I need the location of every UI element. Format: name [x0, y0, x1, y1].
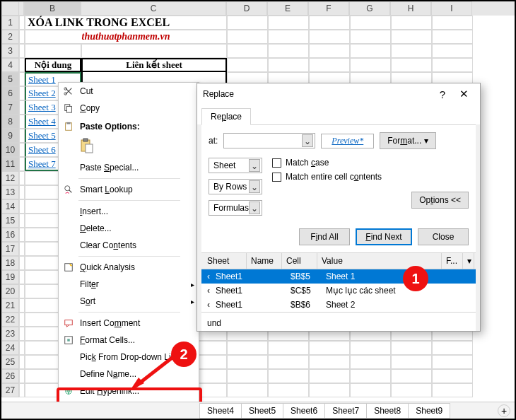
menuitem-label: Cut: [80, 86, 194, 96]
help-button[interactable]: ?: [432, 88, 453, 100]
dialog-titlebar[interactable]: Replace ? ✕: [197, 83, 480, 105]
result-row[interactable]: ‹ Sheet1 $C$5 Mục lục các sheet: [201, 284, 476, 298]
col-header-d[interactable]: D: [226, 1, 267, 16]
sheet-tab[interactable]: Sheet8: [366, 403, 409, 419]
result-row[interactable]: ‹ Sheet1 $B$6 Sheet 2: [201, 298, 476, 312]
checkbox-icon: [272, 158, 281, 168]
delete-menuitem[interactable]: Delete...: [59, 220, 199, 237]
row-header[interactable]: 23: [1, 327, 19, 341]
col-formula[interactable]: F...: [442, 253, 463, 269]
sheet-tab[interactable]: Sheet6: [283, 403, 325, 419]
row-header[interactable]: 18: [1, 256, 19, 270]
sheet-tab[interactable]: Sheet7: [324, 403, 367, 419]
col-header-g[interactable]: G: [349, 1, 390, 16]
col-header-f[interactable]: F: [308, 1, 349, 16]
title-cell[interactable]: XÓA LINK TRONG EXCEL: [25, 16, 227, 30]
row-header[interactable]: 27: [1, 383, 19, 397]
separator: [78, 178, 180, 179]
row-header[interactable]: 4: [1, 58, 19, 72]
sheet-tab[interactable]: Sheet5: [241, 403, 283, 419]
replace-with-combo[interactable]: ⌄: [223, 133, 315, 148]
separator: [78, 312, 180, 313]
subtitle-cell[interactable]: thuthuatphanmem.vn: [25, 30, 227, 44]
row-header[interactable]: 12: [1, 171, 19, 185]
menuitem-label: Edit Hyperlink...: [80, 386, 194, 396]
insert-comment-menuitem[interactable]: Insert Comment: [59, 315, 199, 332]
paste-button[interactable]: [77, 135, 97, 156]
format-button[interactable]: Format...▾: [380, 132, 436, 149]
select-all-corner[interactable]: [1, 1, 19, 16]
row-header[interactable]: 14: [1, 199, 19, 214]
menuitem-label: Define Name...: [80, 369, 194, 379]
match-entire-checkbox[interactable]: Match entire cell contents: [272, 172, 469, 182]
paste-special-menuitem[interactable]: Paste Special...: [59, 159, 199, 176]
new-sheet-button[interactable]: +: [498, 404, 510, 417]
results-header: Sheet Name Cell Value F... ▾: [201, 252, 476, 269]
col-sheet[interactable]: Sheet: [203, 253, 247, 269]
col-header-e[interactable]: E: [267, 1, 308, 16]
menuitem-label: Insert Comment: [80, 318, 194, 328]
row-header[interactable]: 19: [1, 270, 19, 284]
tab-replace[interactable]: Replace: [201, 108, 251, 125]
field-label: at:: [209, 136, 218, 146]
copy-menuitem[interactable]: Copy: [59, 100, 199, 117]
define-name-menuitem[interactable]: Define Name...: [59, 366, 199, 383]
quick-analysis-menuitem[interactable]: Quick Analysis: [59, 259, 199, 276]
filter-menuitem[interactable]: Filter▸: [59, 276, 199, 293]
row-header[interactable]: 24: [1, 341, 19, 355]
expand-icon[interactable]: ▾: [463, 253, 474, 269]
row-header[interactable]: 25: [1, 355, 19, 369]
table-header[interactable]: Liên kết sheet: [81, 58, 227, 72]
cell[interactable]: [19, 16, 25, 30]
row-header[interactable]: 15: [1, 214, 19, 228]
smart-lookup-menuitem[interactable]: Smart Lookup: [59, 181, 199, 198]
row-header[interactable]: 26: [1, 369, 19, 383]
row-header[interactable]: 20: [1, 284, 19, 298]
close-button[interactable]: Close: [418, 228, 469, 245]
close-button[interactable]: ✕: [453, 88, 474, 100]
row-header[interactable]: 5: [1, 72, 19, 86]
dialog-tabs: Replace: [197, 105, 480, 124]
within-combo[interactable]: Sheet⌄: [209, 158, 262, 173]
sheet-tab-bar: Sheet4 Sheet5 Sheet6 Sheet7 Sheet8 Sheet…: [1, 402, 515, 419]
row-header[interactable]: 2: [1, 30, 19, 44]
cut-menuitem[interactable]: Cut: [59, 83, 199, 100]
match-case-checkbox[interactable]: Match case: [272, 158, 469, 168]
col-header-b[interactable]: B: [24, 1, 81, 16]
lookin-combo[interactable]: Formulas⌄: [209, 200, 262, 216]
format-preview: Preview*: [321, 134, 374, 148]
results-list[interactable]: ‹ Sheet1 $B$5 Sheet 1 ‹ Sheet1 $C$5 Mục …: [201, 269, 476, 312]
col-header-c[interactable]: C: [81, 1, 226, 16]
row-header[interactable]: 17: [1, 242, 19, 256]
find-all-button[interactable]: Find All: [299, 228, 350, 245]
row-header[interactable]: 13: [1, 185, 19, 199]
find-next-button[interactable]: Find Next: [356, 228, 412, 245]
menuitem-label: Paste Options:: [80, 122, 194, 132]
row-header[interactable]: 1: [1, 16, 19, 30]
col-cell[interactable]: Cell: [282, 253, 317, 269]
sheet-tab[interactable]: Sheet4: [199, 403, 242, 419]
col-value[interactable]: Value: [317, 253, 442, 269]
options-button[interactable]: Options <<: [411, 192, 469, 209]
table-header[interactable]: Nội dung: [25, 58, 81, 72]
menuitem-label: Paste Special...: [80, 163, 194, 173]
search-combo[interactable]: By Rows⌄: [209, 179, 262, 194]
col-header-i[interactable]: I: [431, 1, 472, 16]
clear-contents-menuitem[interactable]: Clear Contents: [59, 237, 199, 254]
col-name[interactable]: Name: [247, 253, 282, 269]
edit-hyperlink-menuitem[interactable]: Edit Hyperlink...: [59, 383, 199, 399]
sort-menuitem[interactable]: Sort▸: [59, 293, 199, 310]
row-header[interactable]: 22: [1, 313, 19, 327]
separator: [78, 256, 180, 257]
col-header-h[interactable]: H: [390, 1, 431, 16]
svg-rect-11: [65, 320, 73, 325]
sheet-tab[interactable]: Sheet9: [408, 403, 450, 419]
insert-menuitem[interactable]: Insert...: [59, 203, 199, 220]
col-header-a[interactable]: [19, 1, 24, 16]
hyperlink-icon: [61, 384, 76, 398]
checkbox-label: Match case: [286, 158, 329, 168]
result-row[interactable]: ‹ Sheet1 $B$5 Sheet 1: [201, 269, 476, 284]
row-header[interactable]: 21: [1, 298, 19, 313]
row-header[interactable]: 3: [1, 44, 19, 58]
row-header[interactable]: 16: [1, 228, 19, 242]
